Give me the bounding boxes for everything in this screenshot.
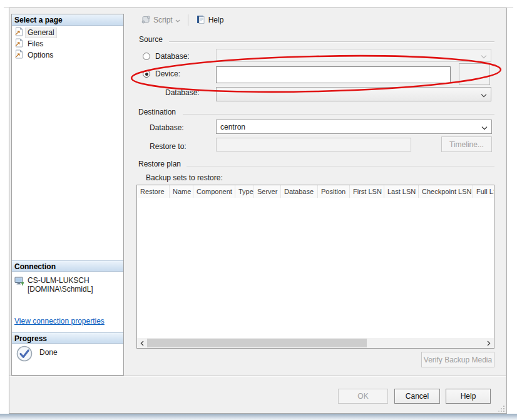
backup-sets-table-header: Restore Name Component Type Server Datab…	[137, 185, 494, 198]
select-a-page-panel: Select a page General Files Options Conn…	[11, 14, 124, 376]
help-toolbar-button[interactable]: Help	[194, 13, 226, 28]
progress-status: Done	[16, 345, 58, 364]
resize-grip[interactable]	[498, 405, 505, 412]
scrollbar-thumb[interactable]	[147, 339, 367, 347]
column-header-last-lsn[interactable]: Last LSN	[384, 185, 419, 198]
connection-header: Connection	[12, 260, 123, 272]
column-header-checkpoint-lsn[interactable]: Checkpoint LSN	[419, 185, 473, 198]
column-header-full-lsn[interactable]: Full LSN	[473, 185, 494, 198]
restore-to-label: Restore to:	[150, 142, 187, 151]
connection-server-name: CS-ULM-LUKSCH	[28, 276, 93, 285]
browse-device-button[interactable]	[459, 63, 490, 85]
column-header-component[interactable]: Component	[193, 185, 235, 198]
source-database-radio[interactable]	[143, 53, 150, 60]
footer-divider	[9, 376, 506, 377]
column-header-name[interactable]: Name	[170, 185, 193, 198]
ok-button[interactable]: OK	[338, 389, 388, 404]
destination-group-label: Destination	[138, 108, 176, 116]
source-database-radio-label: Database:	[155, 52, 190, 61]
column-header-type[interactable]: Type	[235, 185, 254, 198]
source-group-label: Source	[139, 35, 163, 44]
restore-plan-group-line	[187, 166, 494, 167]
toolbar-separator	[188, 14, 188, 26]
script-scroll-icon	[141, 14, 151, 26]
chevron-down-icon	[175, 16, 180, 24]
column-header-database[interactable]: Database	[281, 185, 318, 198]
chevron-down-icon	[481, 52, 487, 61]
source-database-combo[interactable]	[216, 49, 491, 62]
scroll-right-button[interactable]	[484, 338, 494, 348]
restore-plan-group-label: Restore plan	[138, 160, 181, 168]
source-database-dropdown-label: Database:	[165, 88, 200, 97]
sidebar-item-label: Files	[26, 39, 45, 49]
connection-info: CS-ULM-LUKSCH [DOMINA\SchmidL]	[14, 276, 93, 294]
chevron-down-icon	[481, 123, 488, 132]
column-header-restore[interactable]: Restore	[137, 185, 170, 198]
scrollbar-track[interactable]	[147, 338, 484, 348]
sidebar-item-general[interactable]: General	[13, 27, 122, 38]
destination-database-label: Database:	[150, 123, 184, 132]
sidebar-item-files[interactable]: Files	[13, 38, 122, 49]
script-button-label: Script	[153, 16, 173, 24]
view-connection-properties-link[interactable]: View connection properties	[14, 317, 105, 325]
script-button[interactable]: Script	[139, 13, 182, 28]
verify-backup-media-button[interactable]: Verify Backup Media	[421, 352, 494, 367]
connection-user-name: [DOMINA\SchmidL]	[28, 285, 93, 294]
column-header-position[interactable]: Position	[318, 185, 350, 198]
sidebar-item-label: General	[26, 28, 56, 38]
destination-database-combo[interactable]: centron	[216, 120, 492, 134]
chevron-down-icon	[481, 91, 487, 100]
backup-sets-table-body	[137, 198, 494, 337]
window-bottom-edge	[0, 414, 517, 420]
device-input[interactable]	[216, 66, 451, 83]
sidebar-item-label: Options	[26, 51, 55, 60]
server-icon	[14, 276, 24, 288]
source-device-radio-label: Device:	[155, 69, 180, 78]
column-header-first-lsn[interactable]: First LSN	[350, 185, 384, 198]
cancel-button[interactable]: Cancel	[394, 389, 440, 404]
page-arrow-icon	[14, 27, 23, 38]
dialog-toolbar: Script Help	[139, 13, 225, 27]
page-arrow-icon	[14, 38, 23, 49]
horizontal-scrollbar[interactable]	[137, 338, 494, 348]
progress-header: Progress	[12, 332, 123, 344]
destination-database-value: centron	[217, 123, 245, 131]
timeline-button[interactable]: Timeline...	[441, 136, 492, 152]
column-header-server[interactable]: Server	[254, 185, 281, 198]
help-toolbar-label: Help	[208, 16, 224, 24]
source-device-database-combo[interactable]	[216, 87, 491, 101]
done-check-icon	[16, 345, 33, 364]
help-book-icon	[196, 14, 206, 26]
scroll-left-button[interactable]	[137, 338, 147, 348]
source-group-line	[169, 41, 494, 43]
backup-sets-table: Restore Name Component Type Server Datab…	[136, 185, 494, 349]
restore-to-input[interactable]	[216, 138, 411, 151]
source-device-radio[interactable]	[143, 70, 150, 78]
page-arrow-icon	[14, 49, 23, 61]
help-button[interactable]: Help	[446, 389, 491, 404]
progress-status-label: Done	[39, 348, 58, 357]
backup-sets-label: Backup sets to restore:	[146, 173, 223, 182]
destination-group-line	[183, 114, 494, 115]
select-a-page-header: Select a page	[12, 14, 123, 26]
sidebar-item-options[interactable]: Options	[13, 49, 122, 61]
